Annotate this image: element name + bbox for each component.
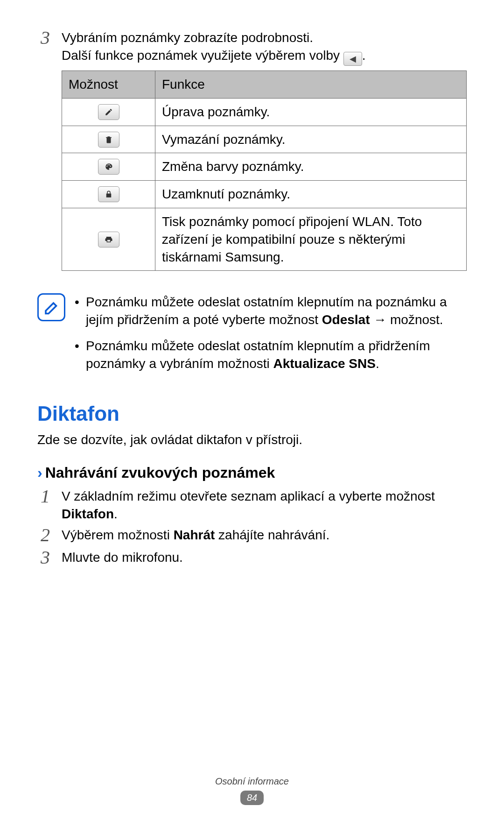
rec-step-2: 2 Výběrem možnosti Nahrát zahájíte nahrá… — [37, 525, 467, 545]
table-row: Vymazání poznámky. — [62, 126, 467, 153]
section-lead: Zde se dozvíte, jak ovládat diktafon v p… — [37, 431, 467, 449]
rec1-post: . — [114, 507, 118, 521]
palette-icon — [98, 159, 119, 175]
option-icon-cell — [62, 153, 155, 181]
rec1-bold: Diktafon — [62, 507, 114, 521]
step-body: Výběrem možnosti Nahrát zahájíte nahrává… — [62, 525, 467, 545]
step3-line2-pre: Další funkce poznámek využijete výběrem … — [62, 48, 343, 63]
page-number: 84 — [240, 791, 264, 805]
note2-bold: Aktualizace SNS — [273, 356, 376, 371]
rec3-text: Mluvte do mikrofonu. — [62, 550, 183, 565]
lock-icon — [98, 186, 119, 202]
option-icon-cell — [62, 181, 155, 208]
step3-line2-post: . — [362, 48, 366, 63]
step-number: 3 — [37, 28, 53, 282]
table-row: Úprava poznámky. — [62, 98, 467, 126]
step-number: 1 — [37, 487, 53, 523]
table-header-row: Možnost Funkce — [62, 71, 467, 98]
step-number: 3 — [37, 548, 53, 567]
step-number: 2 — [37, 525, 53, 545]
edit-icon — [98, 104, 119, 120]
step-body: Mluvte do mikrofonu. — [62, 548, 467, 567]
options-table: Možnost Funkce Úprava poznámky. Vymazání… — [62, 71, 467, 271]
step-body: V základním režimu otevřete seznam aplik… — [62, 487, 467, 523]
rec-step-3: 3 Mluvte do mikrofonu. — [37, 548, 467, 567]
note-body: Poznámku můžete odeslat ostatním klepnut… — [75, 293, 467, 381]
page-footer: Osobní informace 84 — [0, 775, 504, 806]
step-3: 3 Vybráním poznámky zobrazíte podrobnost… — [37, 28, 467, 282]
trash-icon — [98, 132, 119, 148]
step-body: Vybráním poznámky zobrazíte podrobnosti.… — [62, 28, 467, 282]
rec2-post: zahájíte nahrávání. — [215, 528, 329, 542]
option-icon-cell — [62, 98, 155, 126]
rec2-pre: Výběrem možnosti — [62, 528, 174, 542]
col-function: Funkce — [155, 71, 467, 98]
note1-bold: Odeslat — [322, 312, 370, 327]
col-option: Možnost — [62, 71, 155, 98]
rec2-bold: Nahrát — [174, 528, 215, 542]
step3-line1: Vybráním poznámky zobrazíte podrobnosti. — [62, 30, 313, 45]
option-icon-cell — [62, 208, 155, 270]
left-arrow-button-icon: ◀ — [343, 52, 362, 66]
option-func: Úprava poznámky. — [155, 98, 467, 126]
table-row: Tisk poznámky pomocí připojení WLAN. Tot… — [62, 208, 467, 270]
chevron-right-icon: › — [37, 464, 42, 481]
option-func: Vymazání poznámky. — [155, 126, 467, 153]
option-func: Tisk poznámky pomocí připojení WLAN. Tot… — [155, 208, 467, 270]
footer-category: Osobní informace — [0, 775, 504, 788]
rec-step-1: 1 V základním režimu otevřete seznam apl… — [37, 487, 467, 523]
section-title: Diktafon — [37, 400, 467, 427]
option-func: Změna barvy poznámky. — [155, 153, 467, 181]
option-func: Uzamknutí poznámky. — [155, 181, 467, 208]
note1-post: → možnost. — [370, 312, 443, 327]
rec1-pre: V základním režimu otevřete seznam aplik… — [62, 489, 435, 503]
subsection-text: Nahrávání zvukových poznámek — [45, 464, 275, 481]
print-icon — [98, 232, 119, 247]
note-item: Poznámku můžete odeslat ostatním klepnut… — [75, 337, 467, 373]
table-row: Změna barvy poznámky. — [62, 153, 467, 181]
subsection-title: ›Nahrávání zvukových poznámek — [37, 463, 467, 483]
option-icon-cell — [62, 126, 155, 153]
note-item: Poznámku můžete odeslat ostatním klepnut… — [75, 293, 467, 329]
table-row: Uzamknutí poznámky. — [62, 181, 467, 208]
note-box: Poznámku můžete odeslat ostatním klepnut… — [37, 293, 467, 381]
note-icon — [37, 293, 65, 321]
note2-post: . — [376, 356, 379, 371]
